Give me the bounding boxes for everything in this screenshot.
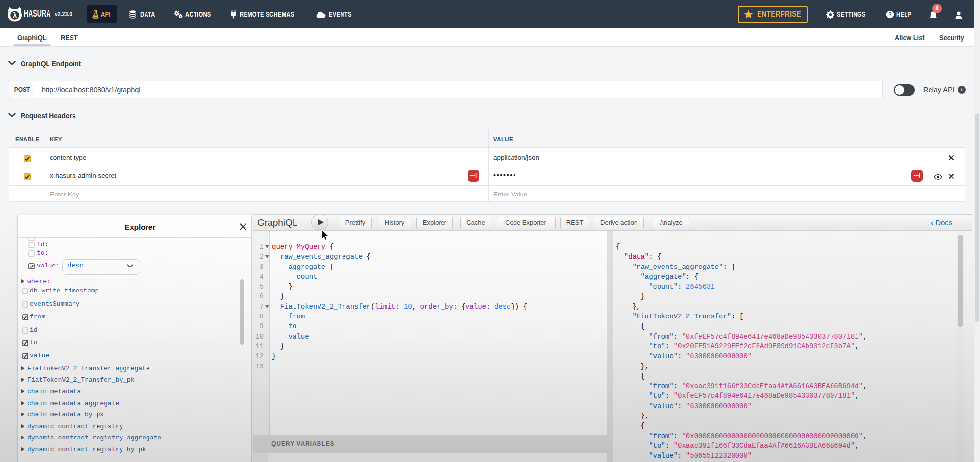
- svg-text:λ: λ: [13, 11, 17, 19]
- svg-text:?: ?: [888, 11, 892, 17]
